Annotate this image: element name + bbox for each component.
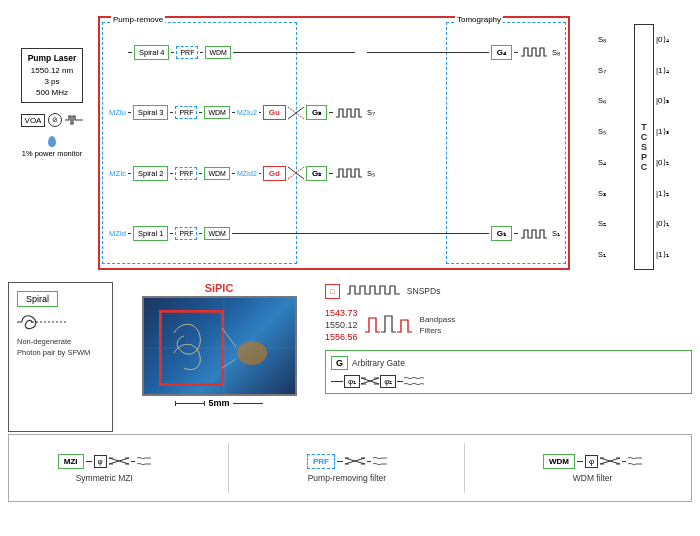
- lens-icon: ⊘: [48, 113, 62, 127]
- snspd-label: SNSPDs: [407, 286, 441, 296]
- arb-gate-header: G Arbitrary Gate: [331, 356, 686, 370]
- snspd-pulses: [346, 282, 401, 300]
- s1-r: S₁: [572, 250, 632, 259]
- wdm-cross-legend: [600, 453, 620, 469]
- sipic-label: SiPIC: [205, 282, 234, 294]
- voa-box: VOA: [21, 114, 46, 127]
- prf-legend-label: Pump-removing filter: [308, 473, 386, 483]
- inner-rows: Spiral 4 PRF WDM G₄: [104, 22, 562, 264]
- ket-0-3: |0⟩₃: [656, 96, 692, 105]
- cross-lines-lower: [288, 163, 304, 183]
- svg-line-1: [288, 107, 304, 119]
- ket-1-4: |1⟩₄: [656, 66, 692, 75]
- spiral-row-1: MZId Spiral 1 PRF WDM G₁ S₁: [104, 224, 562, 244]
- spiral-legend-box: Spiral: [17, 291, 58, 307]
- mzi-legend-diagram: MZI φ: [58, 453, 151, 469]
- phi-box-2: φ₂: [380, 375, 396, 388]
- spiral-row-2: MZIc Spiral 2 PRF WDM MZId2 Gd: [104, 163, 562, 183]
- s4-r: S₄: [572, 158, 632, 167]
- ket-0-2: |0⟩₂: [656, 158, 692, 167]
- s7-r: S₇: [572, 66, 632, 75]
- tcspc-s: S: [641, 142, 647, 152]
- wdm-2: WDM: [204, 167, 230, 180]
- pulse-line-icon: [65, 114, 83, 126]
- pump-laser-label: Pump Laser: [28, 53, 77, 65]
- tcspc-c2: C: [641, 162, 648, 172]
- mzi-output-lines: [137, 453, 151, 469]
- mzid2-label: MZId2: [237, 170, 257, 177]
- monitor-label: 1% power monitor: [22, 149, 82, 159]
- spiral-legend: Spiral Non-degeneratePhoton pair by SFWM: [8, 282, 113, 432]
- wl-1543: 1543.73: [325, 308, 358, 318]
- pulse-s8: [520, 42, 548, 62]
- prf-legend-item: PRF: [307, 453, 387, 483]
- svg-point-9: [237, 341, 267, 365]
- s8-r: S₈: [572, 35, 632, 44]
- s3-r: S₃: [572, 189, 632, 198]
- wavelength-list: 1543.73 1550.12 1556.56: [325, 308, 358, 342]
- s5-label: S₅: [365, 169, 377, 178]
- prf-legend-box: PRF: [307, 454, 335, 469]
- wdm-legend-diagram: WDM φ: [543, 453, 642, 469]
- divider-2: [464, 443, 465, 493]
- pulse-s2-s1: [520, 224, 548, 244]
- chip-lines: [144, 298, 297, 396]
- ket-0-4: |0⟩₄: [656, 35, 692, 44]
- power-monitor: 1% power monitor: [22, 136, 82, 159]
- tcspc-c: C: [641, 132, 648, 142]
- wavy-lines: [404, 374, 424, 388]
- diagram-top: Pump Laser 1550.12 nm 3 ps 500 MHz VOA ⊘: [8, 8, 692, 278]
- spiral-2-box: Spiral 2: [133, 166, 168, 181]
- cross-lines-upper: [288, 103, 304, 123]
- full-diagram: Pump Laser 1550.12 nm 3 ps 500 MHz VOA ⊘: [8, 8, 692, 528]
- phi-box-1: φ₁: [344, 375, 360, 388]
- mzi-cross-gate: [361, 374, 379, 388]
- pump-laser-box: Pump Laser 1550.12 nm 3 ps 500 MHz: [21, 48, 84, 103]
- pump-pulse: 3 ps: [28, 76, 77, 87]
- mziu2-label: MZIu2: [237, 109, 257, 116]
- mzid-label: MZId: [104, 229, 126, 238]
- spiral-symbol: [17, 311, 67, 333]
- prf-1: PRF: [175, 227, 197, 240]
- mzic-label: MZIc: [104, 169, 126, 178]
- wavelength-bandpass-row: 1543.73 1550.12 1556.56 BandpassFilters: [325, 308, 692, 342]
- gate-g1: G₁: [491, 226, 512, 241]
- sipic-area: SiPIC: [119, 282, 319, 432]
- spiral-row-4: Spiral 4 PRF WDM G₄: [104, 42, 562, 62]
- s6-r: S₆: [572, 96, 632, 105]
- tcspc-p: P: [641, 152, 647, 162]
- ket-1-2: |1⟩₂: [656, 189, 692, 198]
- gate-circuit: φ₁ φ₂: [331, 374, 686, 388]
- wdm-1: WDM: [204, 227, 230, 240]
- gate-gu: Gu: [263, 105, 286, 120]
- ket-0-1: |0⟩₁: [656, 219, 692, 228]
- spiral-row-3: MZIu Spiral 3 PRF WDM MZIu2 Gu: [104, 103, 562, 123]
- snspd-row: □ SNSPDs: [325, 282, 692, 300]
- right-legends: □ SNSPDs 1543.73 1550.12 1556.56: [325, 282, 692, 432]
- wl-1556: 1556.56: [325, 332, 358, 342]
- spiral-3-box: Spiral 3: [133, 105, 168, 120]
- s1-label: S₁: [550, 229, 562, 238]
- bandpass-label: BandpassFilters: [420, 314, 456, 336]
- pulse-s7: [335, 103, 363, 123]
- tcspc-t: T: [641, 122, 647, 132]
- extra-s-labels: S₈ S₇ S₆ S₅ S₄ S₃ S₂ S₁: [572, 16, 632, 278]
- s5-r: S₅: [572, 127, 632, 136]
- mzi-cross-legend: [109, 453, 129, 469]
- wl-1550: 1550.12: [325, 320, 358, 330]
- wdm-3: WDM: [204, 106, 230, 119]
- ket-1-1: |1⟩₁: [656, 250, 692, 259]
- wdm-legend-item: WDM φ: [543, 453, 642, 483]
- arb-gate-section: G Arbitrary Gate φ₁: [325, 350, 692, 394]
- wdm-phi-box: φ: [585, 455, 598, 468]
- spiral-1-box: Spiral 1: [133, 226, 168, 241]
- sipic-chip: [142, 296, 297, 396]
- central-block: Pump-remove Tomography Spiral 4 PRF: [98, 16, 570, 270]
- bottom-legend-bar: MZI φ: [8, 434, 692, 502]
- snspd-box: □: [325, 284, 340, 299]
- mzi-legend-item: MZI φ: [58, 453, 151, 483]
- size-text: 5mm: [208, 398, 229, 408]
- prf-3: PRF: [175, 106, 197, 119]
- ket-1-3: |1⟩₃: [656, 127, 692, 136]
- s8-label: S₈: [550, 48, 562, 57]
